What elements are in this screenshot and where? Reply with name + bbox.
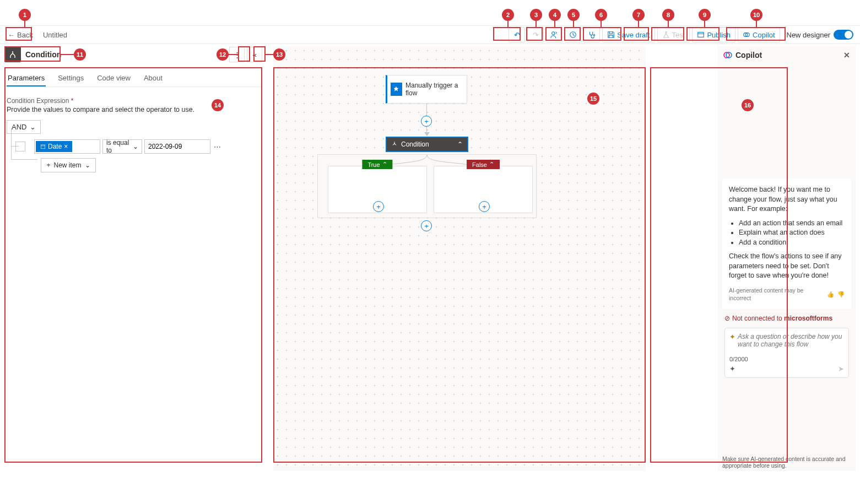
panel-title: Condition xyxy=(25,50,61,59)
leader-4 xyxy=(554,21,555,27)
tree-line-h2 xyxy=(11,159,37,160)
leader-9 xyxy=(704,21,705,27)
condition-icon xyxy=(4,47,21,62)
test-button[interactable]: Test xyxy=(657,27,690,42)
leader-8 xyxy=(668,21,669,27)
add-step-false[interactable]: + xyxy=(479,201,490,212)
trigger-node[interactable]: Manually trigger a flow xyxy=(386,75,467,104)
undo-button[interactable]: ↶ xyxy=(509,27,525,42)
leader-13 xyxy=(266,54,273,55)
publish-icon xyxy=(697,31,705,39)
false-label: False ⌃ xyxy=(467,160,500,169)
leader-3 xyxy=(536,21,537,27)
flow-title[interactable]: Untitled xyxy=(43,31,67,39)
trigger-icon xyxy=(391,83,402,96)
logic-operator-value: AND xyxy=(12,123,26,131)
true-label: True ⌃ xyxy=(362,160,392,169)
marker-3: 3 xyxy=(530,9,542,21)
marker-1: 1 xyxy=(19,9,31,21)
copilot-welcome-text: Welcome back! If you want me to change y… xyxy=(729,185,845,214)
redo-button[interactable]: ↷ xyxy=(527,27,544,42)
copilot-button[interactable]: Copilot xyxy=(738,27,780,42)
condition-node-icon xyxy=(391,141,398,148)
copilot-placeholder: Ask a question or describe how you want … xyxy=(738,333,844,348)
leader-7 xyxy=(638,21,639,27)
flow-canvas[interactable]: Manually trigger a flow + Condition ⌃ Tr… xyxy=(273,46,646,471)
left-operand-input[interactable]: Date × xyxy=(34,139,100,154)
chevron-double-left-icon: « xyxy=(252,51,256,59)
copilot-close-button[interactable]: ✕ xyxy=(843,51,850,59)
publish-button[interactable]: Publish xyxy=(692,27,735,42)
logic-operator-select[interactable]: AND ⌄ xyxy=(7,120,41,134)
condition-node-label: Condition xyxy=(401,140,429,148)
leader-2 xyxy=(507,21,509,27)
copilot-title: Copilot xyxy=(735,51,762,59)
new-item-button[interactable]: + New item ⌄ xyxy=(41,158,96,172)
tab-code-view[interactable]: Code view xyxy=(96,71,132,86)
save-draft-button[interactable]: Save draft xyxy=(602,27,655,42)
thumbs-down-button[interactable]: 👎 xyxy=(837,290,845,299)
condition-expression-help: Provide the values to compare and select… xyxy=(7,106,262,113)
person-feedback-icon xyxy=(550,31,558,39)
marker-14: 14 xyxy=(212,99,224,111)
copilot-panel: Copilot ✕ Welcome back! If you want me t… xyxy=(718,46,856,471)
leader-6 xyxy=(601,21,602,27)
token-remove-icon[interactable]: × xyxy=(64,143,68,150)
back-button[interactable]: ← Back xyxy=(4,29,36,41)
leader-10 xyxy=(756,21,757,27)
chevron-down-icon: ⌄ xyxy=(30,123,36,131)
close-icon: ✕ xyxy=(843,51,850,59)
history-button[interactable] xyxy=(565,27,581,42)
send-button[interactable]: ➤ xyxy=(838,365,844,373)
svg-rect-6 xyxy=(41,145,45,149)
condition-node[interactable]: Condition ⌃ xyxy=(386,137,468,152)
marker-11: 11 xyxy=(74,48,86,61)
tree-line-v xyxy=(11,128,12,159)
new-designer-toggle[interactable] xyxy=(834,30,853,40)
panel-collapse-button[interactable]: « xyxy=(247,47,262,62)
marker-6: 6 xyxy=(595,9,607,21)
tab-settings[interactable]: Settings xyxy=(57,71,85,86)
condition-expression-label: Condition Expression * xyxy=(7,97,262,105)
marker-8: 8 xyxy=(662,9,674,21)
save-icon xyxy=(607,31,615,39)
svg-point-0 xyxy=(552,32,555,35)
side-panel: Parameters Settings Code view About Cond… xyxy=(4,67,262,471)
chevron-down-icon: ⌄ xyxy=(85,161,90,169)
chevron-up-icon[interactable]: ⌃ xyxy=(457,140,463,148)
copilot-welcome-card: Welcome back! If you want me to change y… xyxy=(722,178,851,309)
test-label: Test xyxy=(672,31,685,39)
not-connected-warning: ⊘ Not connected to microsoftforms xyxy=(724,315,849,322)
copilot-header: Copilot ✕ xyxy=(718,46,856,64)
copilot-logo-icon xyxy=(723,51,732,59)
chevron-up-icon: ⌃ xyxy=(489,161,494,168)
copilot-example-2: Explain what an action does xyxy=(739,228,845,238)
add-step-true[interactable]: + xyxy=(373,201,384,212)
copilot-body: Welcome back! If you want me to change y… xyxy=(718,64,856,453)
operator-select[interactable]: is equal to ⌄ xyxy=(102,139,142,154)
feedback-button[interactable] xyxy=(546,27,562,42)
right-operand-input[interactable] xyxy=(144,139,210,154)
copilot-char-count: 0/2000 xyxy=(729,356,844,362)
marker-4: 4 xyxy=(549,9,561,21)
save-draft-label: Save draft xyxy=(617,31,650,39)
copilot-icon xyxy=(743,31,750,39)
row-more-button[interactable]: ⋯ xyxy=(214,143,221,151)
sparkle-small-icon[interactable]: ✦ xyxy=(729,365,735,373)
tab-about[interactable]: About xyxy=(143,71,164,86)
marker-13: 13 xyxy=(273,48,285,61)
operator-value: is equal to xyxy=(106,139,133,154)
svg-rect-3 xyxy=(698,32,704,37)
arrow-left-icon: ← xyxy=(8,31,15,39)
token-label: Date xyxy=(48,143,62,150)
add-step-button-2[interactable]: + xyxy=(421,220,432,231)
condition-row: Date × is equal to ⌄ ⋯ xyxy=(15,139,262,154)
row-checkbox[interactable] xyxy=(15,142,25,151)
thumbs-up-button[interactable]: 👍 xyxy=(827,290,834,299)
tab-parameters[interactable]: Parameters xyxy=(7,71,46,86)
checker-button[interactable] xyxy=(583,27,600,42)
dynamic-token-date[interactable]: Date × xyxy=(36,141,72,152)
add-step-button-1[interactable]: + xyxy=(421,116,432,127)
copilot-input-box[interactable]: ✦ Ask a question or describe how you wan… xyxy=(724,328,849,378)
copilot-example-3: Add a condition xyxy=(739,238,845,248)
